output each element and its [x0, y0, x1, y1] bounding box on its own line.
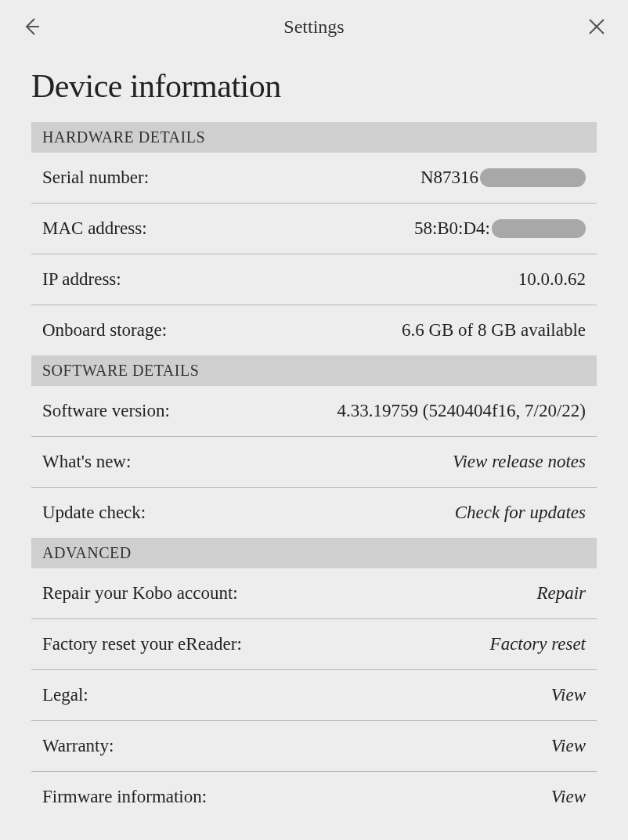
- software-version-row: Software version: 4.33.19759 (5240404f16…: [31, 386, 597, 437]
- reset-label: Factory reset your eReader:: [42, 634, 242, 654]
- mac-address-row: MAC address: 58:B0:D4:: [31, 204, 597, 254]
- hardware-section-header: HARDWARE DETAILS: [31, 122, 597, 153]
- update-label: Update check:: [42, 503, 146, 523]
- serial-label: Serial number:: [42, 168, 149, 188]
- ip-label: IP address:: [42, 269, 121, 290]
- back-arrow-icon[interactable]: [19, 14, 44, 39]
- factory-reset-row[interactable]: Factory reset your eReader: Factory rese…: [31, 619, 597, 670]
- firmware-info-row[interactable]: Firmware information: View: [31, 772, 597, 822]
- firmware-view-action[interactable]: View: [551, 787, 586, 807]
- view-release-notes-action[interactable]: View release notes: [453, 452, 586, 472]
- repair-account-row[interactable]: Repair your Kobo account: Repair: [31, 568, 597, 619]
- legal-row[interactable]: Legal: View: [31, 670, 597, 721]
- software-section-header: SOFTWARE DETAILS: [31, 355, 597, 386]
- whatsnew-label: What's new:: [42, 452, 131, 472]
- version-value: 4.33.19759 (5240404f16, 7/20/22): [337, 401, 586, 421]
- warranty-row[interactable]: Warranty: View: [31, 721, 597, 772]
- page-title: Device information: [31, 67, 597, 105]
- mac-value: 58:B0:D4:: [414, 218, 586, 239]
- mac-label: MAC address:: [42, 218, 147, 239]
- ip-value: 10.0.0.62: [518, 269, 586, 290]
- update-check-row[interactable]: Update check: Check for updates: [31, 488, 597, 538]
- legal-label: Legal:: [42, 685, 88, 705]
- close-icon[interactable]: [584, 14, 609, 39]
- repair-action[interactable]: Repair: [536, 583, 586, 604]
- serial-number-row: Serial number: N87316: [31, 153, 597, 204]
- storage-value: 6.6 GB of 8 GB available: [402, 320, 586, 341]
- firmware-label: Firmware information:: [42, 787, 207, 807]
- legal-view-action[interactable]: View: [551, 685, 586, 705]
- redacted-block: [480, 168, 586, 187]
- check-updates-action[interactable]: Check for updates: [455, 503, 586, 523]
- whats-new-row[interactable]: What's new: View release notes: [31, 437, 597, 488]
- ip-address-row: IP address: 10.0.0.62: [31, 254, 597, 305]
- version-label: Software version:: [42, 401, 170, 421]
- repair-label: Repair your Kobo account:: [42, 583, 238, 604]
- content-area: Device information HARDWARE DETAILS Seri…: [0, 53, 628, 822]
- advanced-section-header: ADVANCED: [31, 538, 597, 568]
- warranty-label: Warranty:: [42, 736, 114, 756]
- storage-label: Onboard storage:: [42, 320, 167, 341]
- header-title: Settings: [44, 16, 584, 38]
- storage-row: Onboard storage: 6.6 GB of 8 GB availabl…: [31, 305, 597, 355]
- warranty-view-action[interactable]: View: [551, 736, 586, 756]
- redacted-block: [492, 219, 586, 238]
- factory-reset-action[interactable]: Factory reset: [490, 634, 586, 654]
- serial-value: N87316: [420, 168, 586, 188]
- serial-visible-part: N87316: [420, 168, 478, 188]
- header-bar: Settings: [0, 0, 628, 53]
- mac-visible-part: 58:B0:D4:: [414, 218, 490, 239]
